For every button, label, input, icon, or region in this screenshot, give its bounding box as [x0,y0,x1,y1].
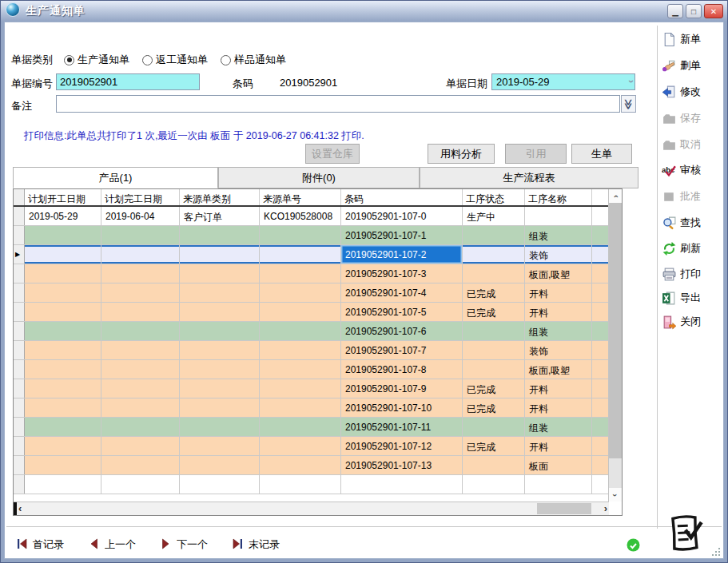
table-cell[interactable] [463,322,525,340]
table-cell[interactable] [25,418,101,436]
table-cell[interactable] [463,418,525,436]
table-cell[interactable] [25,341,101,359]
hscroll-thumb[interactable] [537,503,591,514]
table-cell[interactable] [101,226,180,244]
table-cell[interactable] [260,341,341,359]
column-header[interactable]: 工序状态 [463,189,525,205]
table-row[interactable]: 2019-05-292019-06-04客户订单KCO1905280082019… [14,207,622,226]
table-cell[interactable] [180,226,260,244]
radio-icon[interactable] [142,55,153,65]
table-cell[interactable]: 已完成 [463,303,525,321]
resize-grip[interactable] [711,547,721,557]
table-cell[interactable] [180,303,260,321]
action-button-1[interactable]: 用料分析 [428,144,495,164]
table-cell[interactable]: 2019-06-04 [101,207,180,225]
table-cell[interactable] [463,226,525,244]
table-cell[interactable]: 板面,吸塑 [525,360,592,379]
table-cell[interactable] [463,360,525,379]
remark-expand-button[interactable]: ≫ [621,95,636,113]
table-cell[interactable] [463,245,525,264]
table-cell[interactable] [25,379,101,398]
table-cell[interactable] [25,283,101,302]
sidebar-button-0[interactable]: 新单 [662,30,726,49]
table-cell[interactable]: 组装 [525,226,592,244]
table-cell[interactable]: 2019052901-107-4 [341,283,463,302]
row-selector-cell[interactable] [14,207,25,225]
sidebar-button-7[interactable]: 查找 [662,213,726,232]
table-cell[interactable] [180,398,260,417]
radio-doc-type-0[interactable]: 生产通知单 [64,53,129,67]
table-cell[interactable] [25,322,101,340]
table-cell[interactable]: 已完成 [463,379,525,398]
table-cell[interactable]: 2019052901-107-1 [341,226,463,244]
radio-doc-type-2[interactable]: 样品通知单 [221,53,286,67]
maximize-button[interactable]: □ [686,4,702,18]
table-cell[interactable] [101,303,180,321]
row-selector-cell[interactable] [14,264,25,283]
nav-button-0[interactable]: 首记录 [16,537,64,552]
table-cell[interactable] [101,379,180,398]
table-cell[interactable] [101,360,180,379]
table-cell[interactable] [101,245,180,264]
table-cell[interactable] [101,341,180,359]
minimize-button[interactable]: ▁ [667,4,683,18]
table-cell[interactable] [25,398,101,417]
table-cell[interactable] [25,245,101,264]
column-header[interactable]: 计划完工日期 [101,189,180,205]
table-cell[interactable]: 已完成 [463,283,525,302]
table-cell[interactable] [260,398,341,417]
table-cell[interactable] [260,360,341,379]
chevron-down-icon[interactable]: › [626,80,637,83]
row-selector-cell[interactable] [14,303,25,321]
table-cell[interactable] [180,322,260,340]
table-cell[interactable] [260,379,341,398]
doc-date-combobox[interactable]: 2019-05-29 › [491,73,635,90]
table-cell[interactable] [180,437,260,455]
table-row[interactable]: 2019052901-107-13板面 [14,456,622,475]
table-cell[interactable] [101,456,180,474]
vertical-scrollbar[interactable]: › › [608,189,622,502]
table-cell[interactable] [525,207,592,225]
table-cell[interactable] [180,341,260,359]
radio-doc-type-1[interactable]: 返工通知单 [142,53,208,67]
table-cell[interactable] [101,264,180,283]
column-header[interactable]: 来源单号 [260,189,341,205]
sidebar-button-9[interactable]: 打印 [662,264,726,283]
column-header[interactable]: 来源单类别 [180,189,260,205]
table-cell[interactable]: 开料 [525,398,592,417]
table-cell[interactable] [101,283,180,302]
table-cell[interactable] [260,456,341,474]
table-cell[interactable]: 2019052901-107-11 [341,418,463,436]
table-row[interactable]: 2019052901-107-10已完成开料 [14,398,622,418]
table-cell[interactable]: 组装 [525,418,592,436]
table-cell[interactable] [463,456,525,474]
sidebar-button-5[interactable]: abc审核 [662,161,726,180]
table-cell[interactable] [260,264,341,283]
table-cell[interactable] [180,456,260,474]
scroll-up-icon[interactable]: › [609,189,622,203]
sidebar-button-1[interactable]: 删单 [662,56,726,75]
table-cell[interactable] [180,379,260,398]
table-cell[interactable]: 组装 [525,322,592,340]
table-cell[interactable]: 已完成 [463,437,525,455]
nav-button-1[interactable]: 上一个 [88,537,136,552]
scroll-down-icon[interactable]: › [609,488,622,502]
table-cell[interactable]: 装饰 [525,245,592,264]
close-icon[interactable]: ✕ [704,4,723,18]
table-cell[interactable] [180,418,260,436]
table-cell[interactable]: 2019052901-107-8 [341,360,463,379]
table-row[interactable]: 2019052901-107-1组装 [14,226,622,245]
table-cell[interactable]: 2019-05-29 [25,207,101,225]
doc-no-input[interactable] [56,73,200,90]
column-header[interactable]: 条码 [341,189,463,205]
table-cell[interactable]: 2019052901-107-12 [341,437,463,455]
table-row[interactable]: 2019052901-107-4已完成开料 [14,283,622,303]
row-selector-cell[interactable] [14,226,25,244]
row-selector-cell[interactable] [14,437,25,455]
table-cell[interactable] [101,418,180,436]
table-cell[interactable] [260,283,341,302]
table-cell[interactable] [463,341,525,359]
table-cell[interactable]: 2019052901-107-6 [341,322,463,340]
table-cell[interactable]: 2019052901-107-5 [341,303,463,321]
scroll-right-icon[interactable]: › [604,502,607,514]
